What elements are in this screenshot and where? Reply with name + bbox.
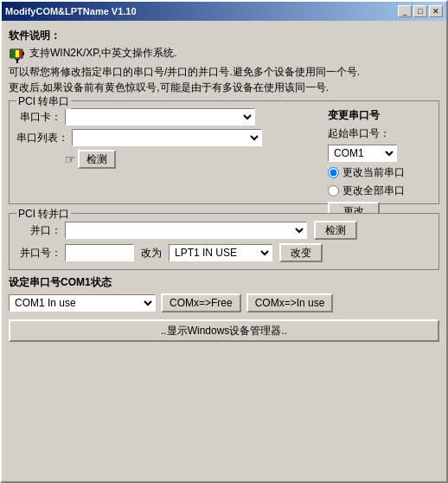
pci-parallel-inner: 并口： 检测 并口号： 改为 LPT1 IN USE LPT2 IN USE L… [16, 221, 432, 262]
start-port-label: 起始串口号： [328, 126, 390, 141]
serial-detect-button[interactable]: 检测 [78, 150, 116, 169]
pci-serial-inner: 串口卡： 串口列表： ☞ 检测 [16, 108, 432, 169]
radio-current[interactable] [328, 167, 339, 178]
bottom-section: ..显示Windows设备管理器.. [9, 319, 439, 342]
svg-rect-4 [20, 50, 22, 57]
port-card-label: 串口卡： [16, 110, 61, 125]
desc-title: 软件说明： [9, 28, 439, 43]
svg-rect-1 [22, 52, 24, 55]
status-section: 设定串口号COM1状态 COM1 In use COM1 Free COMx=>… [9, 275, 439, 312]
parallel-num-input[interactable] [65, 244, 134, 261]
main-content: 软件说明： 支持WIN2K/XP,中英文操作系统. 可 [2, 21, 446, 481]
parallel-num-row: 并口号： 改为 LPT1 IN USE LPT2 IN USE LPT3 IN … [16, 243, 432, 262]
com-free-button[interactable]: COMx=>Free [161, 293, 241, 312]
main-window: ModifyCOM&LPTName V1.10 _ □ ✕ 软件说明： [0, 0, 448, 483]
radio-all-row: 更改全部串口 [328, 184, 405, 198]
title-bar-buttons: _ □ ✕ [398, 5, 443, 17]
title-bar: ModifyCOM&LPTName V1.10 _ □ ✕ [2, 2, 446, 21]
minimize-button[interactable]: _ [398, 5, 412, 17]
change-to-label: 改为 [141, 246, 162, 261]
port-list-select[interactable] [72, 129, 262, 146]
parallel-port-select[interactable] [65, 222, 307, 239]
pci-parallel-group: PCI 转并口 并口： 检测 并口号： 改为 LPT1 IN USE LPT2 … [9, 213, 439, 270]
parallel-target-select[interactable]: LPT1 IN USE LPT2 IN USE LPT3 IN USE [169, 244, 272, 261]
parallel-port-row: 并口： 检测 [16, 221, 432, 240]
desc-line1: 支持WIN2K/XP,中英文操作系统. [29, 45, 176, 61]
status-select[interactable]: COM1 In use COM1 Free [9, 294, 156, 312]
com-in-use-button[interactable]: COMx=>In use [246, 293, 334, 312]
serial-right-panel: 变更串口号 起始串口号： COM1 COM2 COM3 COM4 更改当前串口 [328, 108, 432, 221]
change-section-title: 变更串口号 [328, 108, 380, 123]
window-title: ModifyCOM&LPTName V1.10 [5, 6, 137, 16]
battery-icon [9, 47, 26, 64]
radio-current-label: 更改当前串口 [342, 165, 405, 180]
radio-all[interactable] [328, 185, 339, 196]
cursor-icon: ☞ [65, 152, 76, 166]
radio-all-label: 更改全部串口 [342, 184, 405, 198]
parallel-label: 并口： [16, 223, 61, 238]
svg-rect-8 [16, 61, 18, 63]
desc-line1-row: 支持WIN2K/XP,中英文操作系统. [9, 45, 439, 64]
parallel-num-label: 并口号： [16, 246, 61, 261]
svg-rect-3 [16, 50, 19, 57]
pci-serial-group: PCI 转串口 串口卡： 串口列表： [9, 100, 439, 204]
desc-line2: 可以帮您将修改指定串口的串口号/并口的并口号.避免多个设备使用同一个号. [9, 64, 439, 80]
status-title: 设定串口号COM1状态 [9, 275, 439, 290]
radio-current-row: 更改当前串口 [328, 165, 405, 180]
svg-rect-2 [11, 50, 15, 57]
display-device-manager-button[interactable]: ..显示Windows设备管理器.. [9, 319, 439, 342]
pci-serial-title: PCI 转串口 [16, 94, 71, 109]
start-port-select[interactable]: COM1 COM2 COM3 COM4 [328, 145, 397, 162]
pci-parallel-title: PCI 转并口 [16, 207, 71, 222]
desc-line3: 更改后,如果设备前有黄色惊叹号,可能是由于有多设备在使用该同一号. [9, 80, 439, 95]
maximize-button[interactable]: □ [413, 5, 427, 17]
port-list-label: 串口列表： [16, 131, 68, 145]
parallel-change-button[interactable]: 改变 [279, 243, 323, 262]
description-section: 软件说明： 支持WIN2K/XP,中英文操作系统. 可 [9, 28, 439, 95]
port-card-select[interactable] [65, 108, 255, 126]
close-button[interactable]: ✕ [429, 5, 443, 17]
parallel-detect-button[interactable]: 检测 [314, 221, 357, 240]
status-row: COM1 In use COM1 Free COMx=>Free COMx=>I… [9, 293, 439, 312]
